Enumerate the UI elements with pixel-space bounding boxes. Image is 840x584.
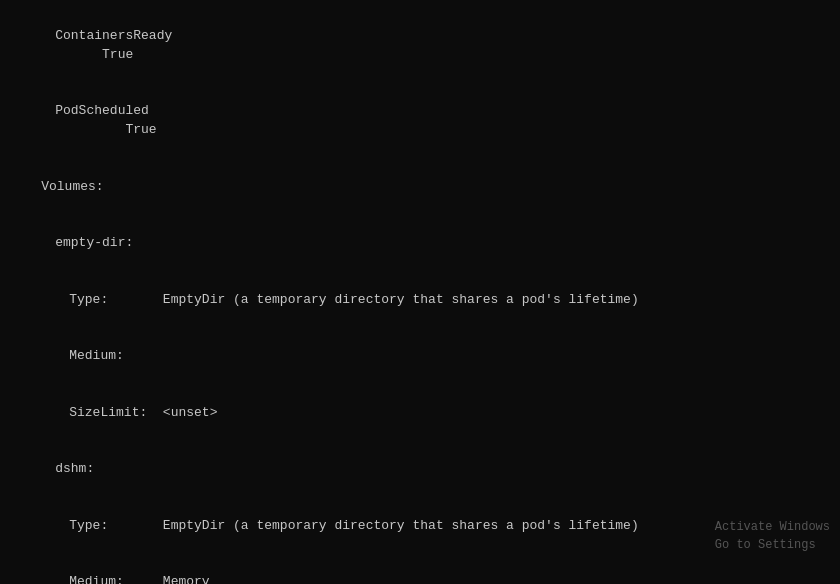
line-emptydir-medium: Medium: — [10, 328, 830, 385]
key-containersready: ContainersReady — [55, 28, 172, 43]
val-containersready: True — [55, 47, 133, 62]
line-podscheduled: PodScheduled True — [10, 83, 830, 158]
line-dshm-type: Type: EmptyDir (a temporary directory th… — [10, 498, 830, 555]
line-volumes: Volumes: — [10, 159, 830, 216]
line-dshm-label: dshm: — [10, 441, 830, 498]
key-podscheduled: PodScheduled — [55, 103, 149, 118]
line-emptydir-sizelimit: SizeLimit: <unset> — [10, 385, 830, 442]
val-podscheduled: True — [55, 122, 156, 137]
line-emptydir-type: Type: EmptyDir (a temporary directory th… — [10, 272, 830, 329]
watermark-line1: Activate Windows — [715, 518, 830, 536]
line-containersready: ContainersReady True — [10, 8, 830, 83]
windows-watermark: Activate Windows Go to Settings — [715, 518, 830, 554]
watermark-line2: Go to Settings — [715, 536, 830, 554]
terminal-window[interactable]: ContainersReady True PodScheduled True V… — [0, 0, 840, 584]
line-dshm-medium: Medium: Memory — [10, 554, 830, 584]
line-emptydir-label: empty-dir: — [10, 215, 830, 272]
key-volumes: Volumes: — [41, 179, 103, 194]
